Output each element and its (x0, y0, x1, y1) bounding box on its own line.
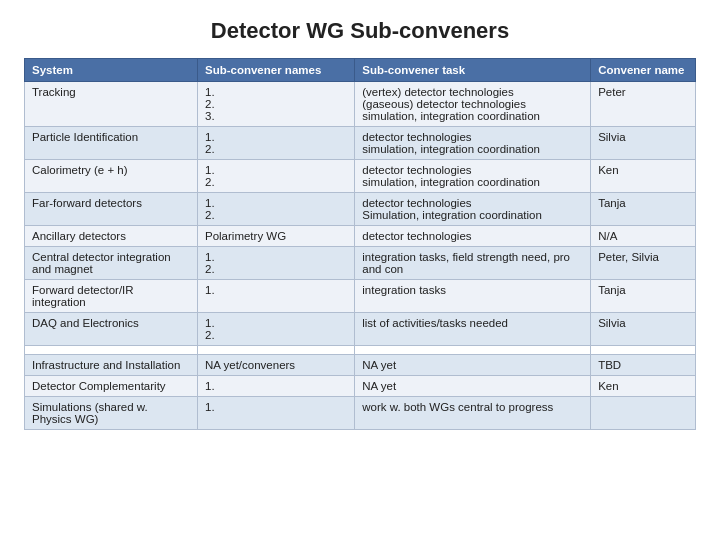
cell-system: Detector Complementarity (25, 376, 198, 397)
cell-subtask: detector technologiesSimulation, integra… (355, 193, 591, 226)
cell-subtask: work w. both WGs central to progress (355, 397, 591, 430)
cell-subtask: (vertex) detector technologies(gaseous) … (355, 82, 591, 127)
cell-system: Simulations (shared w. Physics WG) (25, 397, 198, 430)
cell-subnames: 1.2. (197, 313, 354, 346)
main-table: System Sub-convener names Sub-convener t… (24, 58, 696, 430)
cell-system: Far-forward detectors (25, 193, 198, 226)
page-title: Detector WG Sub-conveners (24, 18, 696, 44)
cell-convener: Ken (591, 376, 696, 397)
cell-subnames: 1.2. (197, 160, 354, 193)
header-subtask: Sub-convener task (355, 59, 591, 82)
cell-convener: TBD (591, 355, 696, 376)
cell-system: Tracking (25, 82, 198, 127)
cell-system: Central detector integration and magnet (25, 247, 198, 280)
cell-subnames (197, 346, 354, 355)
cell-subnames: NA yet/conveners (197, 355, 354, 376)
cell-subtask: integration tasks, field strength need, … (355, 247, 591, 280)
cell-subnames: 1. (197, 397, 354, 430)
cell-convener: Peter, Silvia (591, 247, 696, 280)
cell-system: DAQ and Electronics (25, 313, 198, 346)
cell-subnames: 1.2. (197, 247, 354, 280)
cell-subtask: detector technologies (355, 226, 591, 247)
cell-convener: Peter (591, 82, 696, 127)
cell-convener (591, 346, 696, 355)
cell-subnames: 1.2. (197, 193, 354, 226)
cell-system: Particle Identification (25, 127, 198, 160)
cell-subtask: list of activities/tasks needed (355, 313, 591, 346)
cell-system: Ancillary detectors (25, 226, 198, 247)
cell-subnames: 1.2.3. (197, 82, 354, 127)
cell-convener: Ken (591, 160, 696, 193)
cell-convener: Silvia (591, 127, 696, 160)
cell-system: Calorimetry (e + h) (25, 160, 198, 193)
cell-subtask: NA yet (355, 376, 591, 397)
cell-subtask: detector technologiessimulation, integra… (355, 160, 591, 193)
cell-subtask: NA yet (355, 355, 591, 376)
cell-convener (591, 397, 696, 430)
cell-convener: N/A (591, 226, 696, 247)
cell-subnames: 1.2. (197, 127, 354, 160)
cell-convener: Tanja (591, 280, 696, 313)
cell-subnames: 1. (197, 376, 354, 397)
cell-subtask: integration tasks (355, 280, 591, 313)
cell-system (25, 346, 198, 355)
header-convener: Convener name (591, 59, 696, 82)
cell-subtask: detector technologiessimulation, integra… (355, 127, 591, 160)
header-subnames: Sub-convener names (197, 59, 354, 82)
cell-system: Infrastructure and Installation (25, 355, 198, 376)
cell-convener: Tanja (591, 193, 696, 226)
cell-subnames: Polarimetry WG (197, 226, 354, 247)
cell-system: Forward detector/IR integration (25, 280, 198, 313)
cell-convener: Silvia (591, 313, 696, 346)
header-system: System (25, 59, 198, 82)
cell-subnames: 1. (197, 280, 354, 313)
cell-subtask (355, 346, 591, 355)
